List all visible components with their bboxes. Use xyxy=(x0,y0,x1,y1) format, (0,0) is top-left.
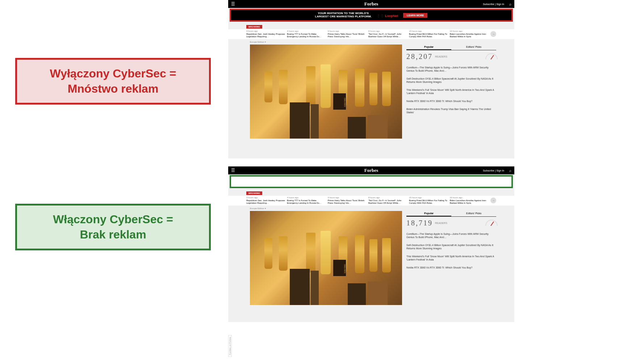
readers-count: 18,719 xyxy=(406,219,433,227)
screenshot-cybersec-on: ☰ Forbes Subscribe | Sign In ⌕ BREAKING … xyxy=(228,166,514,322)
label-line: Wyłączony CyberSec = xyxy=(50,67,176,80)
forbes-logo[interactable]: Forbes xyxy=(364,1,378,7)
readers-count: 28,207 xyxy=(406,52,433,61)
news-item[interactable]: 4 hours agoBoeing 777 Is Forced To Make … xyxy=(287,30,326,38)
news-item[interactable]: 19 hours agoBiden Launches Airstrike Aga… xyxy=(450,30,489,38)
news-item[interactable]: 9 hours agoPrince Harry Talks About 'Tox… xyxy=(328,196,367,205)
search-icon[interactable]: ⌕ xyxy=(509,169,511,173)
news-item[interactable]: 15 hours agoBoeing Fined $6.6 Million Fo… xyxy=(409,196,448,205)
news-item[interactable]: 4 hours agoBoeing 777 Is Forced To Make … xyxy=(287,196,326,205)
tab-popular[interactable]: Popular xyxy=(406,45,451,50)
screenshot-cybersec-off: ☰ Forbes Subscribe | Sign In ⌕ YOUR INVI… xyxy=(228,0,514,158)
popular-item[interactable]: Nvidia RTX 3060 Vs RTX 3060 Ti: Which Sh… xyxy=(406,97,496,105)
breaking-badge: BREAKING xyxy=(246,25,262,29)
ad-cta-button[interactable]: LEARN MORE xyxy=(403,13,427,18)
subscribe-link[interactable]: Subscribe | Sign In xyxy=(483,3,504,5)
readers-counter: 28,207 READERS xyxy=(406,52,496,61)
news-item[interactable]: 3 hours agoRepublican Sen. Josh Hawley P… xyxy=(246,196,285,205)
news-item[interactable]: 3 hours agoRepublican Sen. Josh Hawley P… xyxy=(246,30,285,38)
tab-editors-picks[interactable]: Editors' Picks xyxy=(451,211,496,216)
hero-image[interactable]: OWLANDS xyxy=(250,211,402,305)
breaking-badge: BREAKING xyxy=(246,191,262,195)
ad-copy: YOUR INVITATION TO THE WORLD'S LARGEST C… xyxy=(315,12,372,18)
tab-popular[interactable]: Popular xyxy=(406,211,451,216)
news-item[interactable]: 8 hours ago'Ted Cruz, Go F—k Yourself': … xyxy=(368,196,407,205)
forbes-header: ☰ Forbes Subscribe | Sign In ⌕ xyxy=(228,166,514,174)
news-item[interactable]: 9 hours agoPrince Harry Talks About 'Tox… xyxy=(328,30,367,38)
popular-item[interactable]: Self-Destruction Of $1.4 Billion Spacecr… xyxy=(406,75,496,86)
menu-icon[interactable]: ☰ xyxy=(231,168,235,173)
next-arrow-icon[interactable]: → xyxy=(490,31,496,37)
next-arrow-icon[interactable]: → xyxy=(490,198,496,203)
edition-selector[interactable]: Europe Edition ▾ xyxy=(250,207,514,209)
popular-item[interactable]: Biden Administration Revokes Trump Visa … xyxy=(406,105,496,117)
gauge-icon xyxy=(485,219,496,227)
main-content: OWLANDS Popular Editors' Picks 28,207 RE… xyxy=(228,45,514,139)
news-ticker: 3 hours agoRepublican Sen. Josh Hawley P… xyxy=(228,196,514,206)
empty-ad-slot-highlighted xyxy=(230,175,513,188)
gauge-icon xyxy=(485,53,496,60)
cookies-tab[interactable]: Cookies on Forbes xyxy=(228,335,232,357)
popular-item[interactable]: Corellium—The Startup Apple Is Suing—Joi… xyxy=(406,230,496,241)
tab-editors-picks[interactable]: Editors' Picks xyxy=(451,45,496,50)
popular-item[interactable]: Nvidia RTX 3060 Vs RTX 3060 Ti: Which Sh… xyxy=(406,264,496,272)
forbes-header: ☰ Forbes Subscribe | Sign In ⌕ xyxy=(228,0,514,8)
popular-item[interactable]: This Weekend's Full 'Snow Moon' Will Spl… xyxy=(406,86,496,97)
readers-counter: 18,719 READERS xyxy=(406,219,496,227)
popular-item[interactable]: Self-Destruction Of $1.4 Billion Spacecr… xyxy=(406,241,496,253)
news-item[interactable]: 15 hours agoBoeing Fined $6.6 Million Fo… xyxy=(409,30,448,38)
edition-selector[interactable]: Europe Edition ▾ xyxy=(250,41,514,43)
popular-sidebar: Popular Editors' Picks 18,719 READERS Co… xyxy=(406,211,496,305)
label-line: Brak reklam xyxy=(80,228,146,241)
news-ticker: 3 hours agoRepublican Sen. Josh Hawley P… xyxy=(228,29,514,39)
ad-brand: ⋮⋮LoopNet xyxy=(377,12,398,18)
news-item[interactable]: 8 hours ago'Ted Cruz, Go F—k Yourself': … xyxy=(368,30,407,38)
popular-item[interactable]: This Weekend's Full 'Snow Moon' Will Spl… xyxy=(406,253,496,264)
search-icon[interactable]: ⌕ xyxy=(509,2,511,6)
popular-item[interactable]: Corellium—The Startup Apple Is Suing—Joi… xyxy=(406,64,496,75)
menu-icon[interactable]: ☰ xyxy=(231,1,235,7)
cybersec-off-label: Wyłączony CyberSec = Mnóstwo reklam xyxy=(15,58,211,105)
main-content: OWLANDS Popular Editors' Picks 18,719 RE… xyxy=(228,211,514,305)
forbes-logo[interactable]: Forbes xyxy=(364,168,378,173)
label-line: Włączony CyberSec = xyxy=(53,213,173,226)
cybersec-on-label: Włączony CyberSec = Brak reklam xyxy=(15,204,211,250)
subscribe-link[interactable]: Subscribe | Sign In xyxy=(483,169,504,172)
ad-banner-highlighted: YOUR INVITATION TO THE WORLD'S LARGEST C… xyxy=(230,9,513,22)
label-line: Mnóstwo reklam xyxy=(68,82,159,95)
news-item[interactable]: 19 hours agoBiden Launches Airstrike Aga… xyxy=(450,196,489,205)
popular-sidebar: Popular Editors' Picks 28,207 READERS Co… xyxy=(406,45,496,139)
hero-image[interactable]: OWLANDS xyxy=(250,45,402,139)
